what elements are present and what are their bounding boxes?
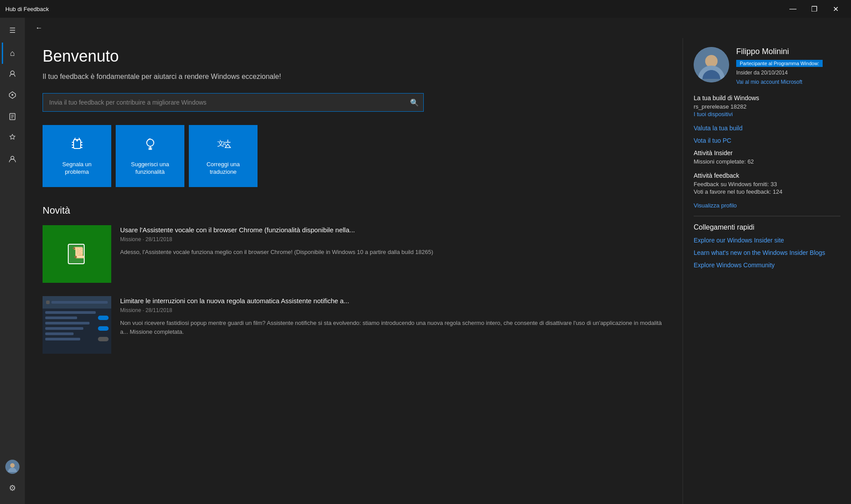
fix-translation-label: Correggi una traduzione: [196, 161, 250, 176]
page-subtitle: Il tuo feedback è fondamentale per aiuta…: [43, 73, 665, 81]
report-problem-label: Segnala un problema: [50, 161, 104, 176]
search-button[interactable]: 🔍: [406, 94, 423, 111]
sidebar-item-home[interactable]: ⌂: [2, 43, 23, 64]
profile-icon: [8, 154, 17, 165]
sidebar-item-feedback[interactable]: [2, 64, 23, 85]
news-content-2: Limitare le interruzioni con la nuova re…: [120, 296, 665, 354]
sidebar-item-achievements[interactable]: [2, 128, 23, 149]
news-thumb-screenshot-2: [43, 296, 111, 354]
bug-icon: [69, 136, 85, 156]
svg-point-1: [12, 94, 13, 96]
news-thumbnail-2: [43, 296, 111, 354]
votes-received: Voti a favore nel tuo feedback: 124: [694, 188, 840, 195]
sidebar-item-settings[interactable]: ⚙: [2, 477, 23, 499]
insider-activity-label: Attività Insider: [694, 149, 840, 156]
news-content-1: Usare l'Assistente vocale con il browser…: [120, 225, 665, 283]
insider-activity: Attività Insider Missioni completate: 62: [694, 149, 840, 165]
close-button[interactable]: ✕: [825, 2, 846, 16]
user-avatar: [694, 47, 729, 82]
mock-line: [45, 322, 90, 324]
feedback-activity: Attività feedback Feedback su Windows fo…: [694, 172, 840, 195]
quests-icon: [8, 112, 17, 123]
quick-link-insider-site[interactable]: Explore our Windows Insider site: [694, 237, 840, 244]
action-buttons: Segnala un problema Sugge: [43, 125, 665, 187]
back-button[interactable]: ←: [32, 22, 46, 34]
minimize-button[interactable]: —: [783, 2, 803, 16]
build-label: La tua build di Windows: [694, 94, 840, 102]
news-meta-2: Missione · 28/11/2018: [120, 307, 665, 313]
quick-link-insider-blogs[interactable]: Learn what's new on the Windows Insider …: [694, 249, 840, 256]
search-input[interactable]: [43, 94, 406, 110]
view-profile-link[interactable]: Visualizza profilo: [694, 202, 840, 209]
news-thumbnail-1: 📜: [43, 225, 111, 283]
page-title: Benvenuto: [43, 47, 665, 66]
news-thumb-green-1: 📜: [43, 225, 111, 283]
translation-icon: 文 A: [215, 136, 231, 156]
news-description-2: Non vuoi ricevere fastidiosi popup mentr…: [120, 319, 665, 336]
suggest-feature-button[interactable]: Suggerisci una funzionalità: [116, 125, 184, 187]
content-area: Benvenuto Il tuo feedback è fondamentale…: [25, 38, 851, 504]
mock-line: [45, 311, 96, 314]
mock-toggle: [98, 337, 109, 341]
mock-line: [45, 332, 74, 335]
news-description-1: Adesso, l'Assistente vocale funziona meg…: [120, 248, 665, 257]
sidebar: ☰ ⌂: [0, 18, 25, 504]
sidebar-item-quests[interactable]: [2, 106, 23, 128]
titlebar-controls: — ❐ ✕: [783, 2, 846, 16]
suggest-feature-label: Suggerisci una funzionalità: [123, 161, 177, 176]
main-content: Benvenuto Il tuo feedback è fondamentale…: [25, 38, 683, 504]
lightbulb-icon: [142, 136, 158, 156]
devices-link[interactable]: I tuoi dispositivi: [694, 111, 840, 117]
user-since: Insider da 20/10/2014: [736, 70, 840, 76]
missions-completed: Missioni completate: 62: [694, 158, 840, 165]
hamburger-icon: ☰: [9, 26, 16, 35]
right-panel: Filippo Molinini Partecipante al Program…: [683, 38, 851, 504]
build-value: rs_prerelease 18282: [694, 103, 840, 110]
sidebar-item-profile[interactable]: [2, 149, 23, 170]
feedback-provided: Feedback su Windows forniti: 33: [694, 181, 840, 188]
feedback-activity-label: Attività feedback: [694, 172, 840, 179]
search-icon: 🔍: [410, 98, 419, 107]
svg-point-28: [705, 55, 718, 67]
announcements-icon: [8, 90, 17, 102]
app-body: ☰ ⌂: [0, 18, 851, 504]
mock-bar: [43, 296, 111, 309]
build-info: La tua build di Windows rs_prerelease 18…: [694, 94, 840, 117]
titlebar-title: Hub di Feedback: [5, 6, 49, 12]
achievements-icon: [8, 133, 17, 144]
report-problem-button[interactable]: Segnala un problema: [43, 125, 111, 187]
home-icon: ⌂: [10, 49, 15, 58]
sidebar-item-announcements[interactable]: [2, 85, 23, 106]
user-avatar-sidebar[interactable]: [5, 460, 20, 474]
news-title-1: Usare l'Assistente vocale con il browser…: [120, 225, 665, 234]
mock-line: [45, 327, 83, 330]
fix-translation-button[interactable]: 文 A Correggi una traduzione: [189, 125, 258, 187]
news-meta-1: Missione · 28/11/2018: [120, 236, 665, 242]
mock-toggle: [98, 326, 109, 331]
titlebar: Hub di Feedback — ❐ ✕: [0, 0, 851, 18]
mock-line: [45, 338, 80, 340]
account-link[interactable]: Vai al mio account Microsoft: [736, 79, 802, 85]
mock-element: [51, 301, 108, 304]
feedback-icon: [8, 69, 17, 80]
back-area: ←: [25, 18, 851, 38]
maximize-button[interactable]: ❐: [804, 2, 824, 16]
quick-links-title: Collegamenti rapidi: [694, 223, 840, 231]
mock-toggle: [98, 316, 109, 320]
svg-point-18: [76, 140, 78, 141]
news-title-2: Limitare le interruzioni con la nuova re…: [120, 296, 665, 305]
svg-text:📜: 📜: [72, 246, 85, 259]
user-info: Filippo Molinini Partecipante al Program…: [736, 47, 840, 86]
mock-element: [46, 301, 50, 304]
vote-pc-link[interactable]: Vota il tuo PC: [694, 137, 840, 144]
user-profile: Filippo Molinini Partecipante al Program…: [694, 47, 840, 86]
hamburger-menu[interactable]: ☰: [2, 21, 23, 39]
news-item[interactable]: 📜 Usare l'Assistente vocale con il brows…: [43, 225, 665, 283]
quick-link-community[interactable]: Explore Windows Community: [694, 262, 840, 269]
news-item[interactable]: Limitare le interruzioni con la nuova re…: [43, 296, 665, 354]
rate-build-link[interactable]: Valuta la tua build: [694, 125, 840, 132]
mock-line: [45, 316, 77, 319]
sidebar-bottom: ⚙: [2, 460, 23, 504]
svg-text:A: A: [223, 141, 226, 147]
user-badge: Partecipante al Programma Window:: [736, 60, 823, 67]
